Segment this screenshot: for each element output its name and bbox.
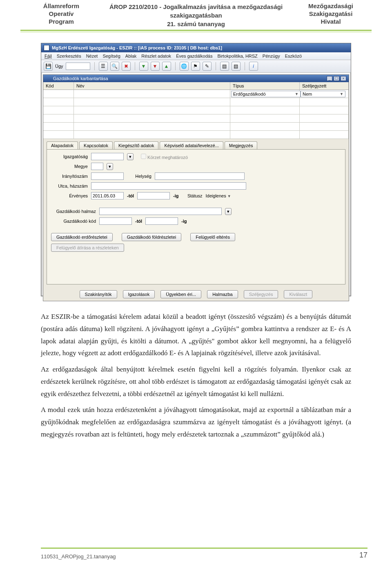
chevron-down-icon: ▼ — [340, 92, 343, 96]
tab-kiegeszito[interactable]: Kiegészítő adatok — [114, 141, 158, 149]
halmazba-button[interactable]: Halmazba — [207, 290, 238, 298]
chevron-down-icon: ▼ — [227, 194, 231, 198]
input-helyseg[interactable] — [155, 172, 245, 180]
szeljegyzes-button[interactable]: Széljegyzés — [244, 290, 278, 298]
subwin-close-icon[interactable]: × — [341, 76, 346, 81]
bottom-toolbar: Szakirányítók Igazolások Ügyekben éri...… — [43, 288, 349, 301]
menu-segitseg[interactable]: Segítség — [102, 54, 120, 58]
toolbar-new-icon[interactable]: ☰ — [99, 62, 108, 71]
input-gkod-ig[interactable] — [145, 217, 178, 225]
subwindow-title: Gazdálkodók karbantartása — [53, 76, 108, 81]
toolbar-down-green-icon[interactable]: ▼ — [139, 62, 148, 71]
felugyelo-elteres-button[interactable]: Felügyelő eltérés — [190, 233, 235, 241]
erdoreszletei-button[interactable]: Gazdálkodó erdőrészletei — [51, 233, 113, 241]
lbl-statusz: Státusz — [182, 193, 203, 198]
subwin-max-icon[interactable]: ☐ — [334, 76, 339, 81]
grid-row[interactable] — [43, 123, 349, 131]
statusz-select[interactable]: Ideiglenes ▼ — [206, 193, 251, 198]
grid-head-szj[interactable]: Széljegyzett — [300, 82, 349, 90]
input-irsz[interactable] — [91, 172, 124, 180]
header-rules — [20, 30, 372, 32]
tab-kapcsolatok[interactable]: Kapcsolatok — [79, 141, 113, 149]
igazolasok-button[interactable]: Igazolások — [123, 290, 155, 298]
ugyekben-button[interactable]: Ügyekben éri... — [160, 290, 201, 298]
toolbar-ugy-input[interactable] — [66, 63, 90, 70]
grid-header: Kód Név Típus Széljegyzett — [43, 82, 349, 90]
toolbar-tool-icon[interactable]: ✎ — [203, 62, 212, 71]
input-utca[interactable] — [91, 182, 246, 190]
menu-eves[interactable]: Éves gazdálkodás — [176, 54, 212, 58]
grid-row[interactable] — [43, 114, 349, 123]
szakiranyitok-button[interactable]: Szakirányítók — [80, 290, 117, 298]
browse-megye-button[interactable]: ▾ — [107, 163, 113, 170]
lbl-ig: -ig — [173, 193, 178, 198]
toolbar-find-icon[interactable]: 🔍 — [110, 62, 119, 71]
toolbar-list1-icon[interactable]: ▤ — [220, 62, 229, 71]
body-text: Az ESZIR-be a támogatási kérelem adatai … — [41, 311, 351, 445]
grid-szj-select[interactable]: Nem ▼ — [301, 91, 345, 97]
toolbar-globe-icon[interactable]: 🌐 — [180, 62, 189, 71]
header-center-line3: 21. számú tananyag — [98, 20, 294, 28]
toolbar-filter-icon[interactable]: ⚑ — [191, 62, 200, 71]
grid-row[interactable]: Erdőgazdálkodó ▼ Nem ▼ — [43, 90, 349, 98]
grid-tipus-select[interactable]: Erdőgazdálkodó ▼ — [231, 91, 301, 97]
menu-birtok[interactable]: Birtokpolitika, HRSZ — [217, 54, 257, 58]
input-gkod-tol[interactable] — [99, 217, 132, 225]
menu-reszlet[interactable]: Részlet adatok — [141, 54, 171, 58]
header-center: ÁROP 2210/2010 - Jogalkalmazás javítása … — [98, 2, 294, 28]
lbl-gkod-tol: -tól — [135, 219, 142, 224]
grid-row[interactable] — [43, 98, 349, 106]
input-igazgatosag[interactable] — [91, 153, 124, 160]
grid-head-nev[interactable]: Név — [74, 82, 230, 90]
input-halmaz[interactable] — [99, 208, 222, 215]
toolbar-list2-icon[interactable]: ▤ — [232, 62, 241, 71]
subwindow-titlebar: Gazdálkodók karbantartása _ ☐ × — [43, 75, 349, 82]
toolbar: 💾 Ügy ☰ 🔍 ✖ ▼ ▼ ▲ 🌐 ⚑ ✎ ▤ ▤ i — [41, 60, 351, 73]
menubar: Fájl Szerkesztés Nézet Segítség Ablak Ré… — [41, 52, 351, 60]
toolbar-up-icon[interactable]: ▲ — [162, 62, 171, 71]
toolbar-save-icon[interactable]: 💾 — [44, 62, 53, 71]
grid-head-kod[interactable]: Kód — [43, 82, 74, 90]
grid-row[interactable] — [43, 106, 349, 114]
page-footer: 110531_AROPjog_21.tananyag 17 — [41, 548, 368, 560]
chevron-down-icon: ▼ — [295, 92, 298, 96]
lbl-helyseg: Helység — [127, 174, 151, 179]
footer-page: 17 — [359, 551, 368, 560]
app-window: MgSzH Erdészeti Igazgatóság - ESZIR :: [… — [41, 43, 351, 296]
menu-ablak[interactable]: Ablak — [125, 54, 137, 58]
lbl-megye: Megye — [51, 164, 88, 169]
grid-head-tipus[interactable]: Típus — [230, 82, 300, 90]
foldreszletei-button[interactable]: Gazdálkodó földrészletei — [122, 233, 181, 241]
browse-halmaz-button[interactable]: ▾ — [225, 208, 232, 215]
input-megye[interactable] — [91, 163, 103, 170]
input-date-ig[interactable] — [137, 192, 170, 199]
korzet-checkbox[interactable] — [141, 154, 146, 159]
footer-file: 110531_AROPjog_21.tananyag — [41, 553, 116, 560]
lbl-ervenyes: Érvényes — [51, 193, 88, 198]
menu-eszkoz[interactable]: Eszközö — [285, 54, 302, 58]
menu-fajl[interactable]: Fájl — [45, 54, 52, 58]
lbl-tol: -tól — [127, 193, 134, 198]
lbl-gkod: Gazdálkodó kód — [51, 219, 96, 224]
tab-alapadatok[interactable]: Alapadatok — [47, 141, 78, 149]
browse-igazg-button[interactable]: ▾ — [127, 153, 134, 160]
header-left-line2: Operatív — [24, 10, 98, 18]
toolbar-delete-icon[interactable]: ✖ — [122, 62, 131, 71]
felugyelo-atirasa-button[interactable]: Felügyelő átírása a részleteken — [51, 244, 124, 252]
tab-megjegyzes[interactable]: Megjegyzés — [225, 141, 258, 149]
menu-szerkesztes[interactable]: Szerkesztés — [57, 54, 81, 58]
header-right: Mezőgazdasági Szakigazgatási Hivatal — [294, 2, 368, 25]
grid-row[interactable] — [43, 131, 349, 139]
tabstrip: Alapadatok Kapcsolatok Kiegészítő adatok… — [43, 139, 349, 149]
lbl-gkod-ig: -ig — [181, 219, 187, 224]
toolbar-down-red-icon[interactable]: ▼ — [151, 62, 160, 71]
toolbar-info-icon[interactable]: i — [249, 62, 258, 71]
subwin-min-icon[interactable]: _ — [327, 76, 332, 81]
menu-nezet[interactable]: Nézet — [86, 54, 98, 58]
menu-penzugy[interactable]: Pénzügy — [263, 54, 280, 58]
input-date-tol[interactable]: 2011.05.03 — [91, 192, 124, 199]
header-center-line2: szakigazgatásban — [98, 11, 294, 20]
tab-kepviselo[interactable]: Képviselő adatai/levelezé... — [160, 141, 223, 149]
header-right-line2: Szakigazgatási — [294, 10, 368, 18]
kivalaszt-button[interactable]: Kiválaszt — [284, 290, 312, 298]
